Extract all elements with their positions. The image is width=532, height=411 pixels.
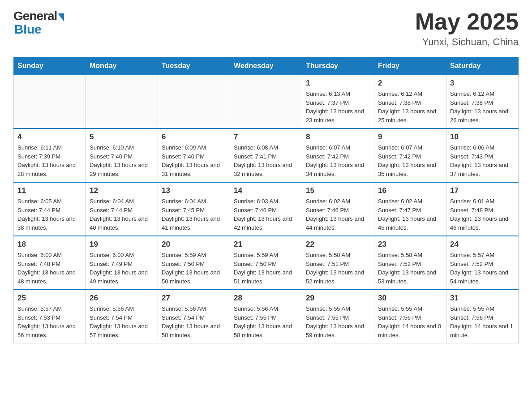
day-info: Sunrise: 5:57 AM Sunset: 7:53 PM Dayligh…: [17, 304, 82, 339]
day-number: 1: [306, 79, 370, 88]
day-number: 7: [234, 133, 298, 141]
calendar-location: Yunxi, Sichuan, China: [415, 36, 519, 48]
calendar-cell: 15Sunrise: 6:02 AM Sunset: 7:46 PM Dayli…: [302, 182, 374, 236]
day-info: Sunrise: 6:01 AM Sunset: 7:48 PM Dayligh…: [450, 197, 515, 232]
day-info: Sunrise: 5:55 AM Sunset: 7:56 PM Dayligh…: [378, 304, 442, 339]
day-number: 27: [162, 294, 226, 303]
day-info: Sunrise: 5:58 AM Sunset: 7:51 PM Dayligh…: [306, 251, 370, 286]
column-header-tuesday: Tuesday: [158, 57, 230, 75]
day-info: Sunrise: 6:04 AM Sunset: 7:45 PM Dayligh…: [162, 197, 226, 232]
day-number: 23: [378, 240, 442, 249]
calendar-cell: 4Sunrise: 6:11 AM Sunset: 7:39 PM Daylig…: [14, 128, 86, 182]
day-number: 15: [306, 186, 370, 195]
day-number: 21: [234, 240, 298, 249]
calendar-title: May 2025: [415, 9, 519, 34]
day-info: Sunrise: 5:56 AM Sunset: 7:54 PM Dayligh…: [90, 304, 154, 339]
day-number: 17: [450, 186, 515, 195]
calendar-cell: 29Sunrise: 5:55 AM Sunset: 7:55 PM Dayli…: [302, 290, 374, 343]
calendar-cell: 28Sunrise: 5:56 AM Sunset: 7:55 PM Dayli…: [230, 290, 302, 343]
calendar-cell: 14Sunrise: 6:03 AM Sunset: 7:46 PM Dayli…: [230, 182, 302, 236]
day-number: 13: [162, 186, 226, 195]
calendar-cell: 3Sunrise: 6:12 AM Sunset: 7:38 PM Daylig…: [446, 75, 519, 128]
day-info: Sunrise: 5:55 AM Sunset: 7:56 PM Dayligh…: [450, 304, 515, 339]
day-info: Sunrise: 6:02 AM Sunset: 7:46 PM Dayligh…: [306, 197, 370, 232]
day-info: Sunrise: 6:11 AM Sunset: 7:39 PM Dayligh…: [17, 143, 82, 178]
calendar-cell: 25Sunrise: 5:57 AM Sunset: 7:53 PM Dayli…: [14, 290, 86, 343]
day-number: 11: [17, 186, 82, 195]
week-row-5: 25Sunrise: 5:57 AM Sunset: 7:53 PM Dayli…: [14, 290, 519, 343]
day-info: Sunrise: 6:12 AM Sunset: 7:38 PM Dayligh…: [378, 90, 442, 124]
column-header-saturday: Saturday: [446, 57, 519, 75]
calendar-cell: 26Sunrise: 5:56 AM Sunset: 7:54 PM Dayli…: [86, 290, 158, 343]
day-number: 28: [234, 294, 298, 303]
day-info: Sunrise: 6:08 AM Sunset: 7:41 PM Dayligh…: [234, 143, 298, 178]
day-info: Sunrise: 6:07 AM Sunset: 7:42 PM Dayligh…: [306, 143, 370, 178]
day-info: Sunrise: 5:56 AM Sunset: 7:54 PM Dayligh…: [162, 304, 226, 339]
calendar-cell: 8Sunrise: 6:07 AM Sunset: 7:42 PM Daylig…: [302, 128, 374, 182]
day-info: Sunrise: 6:10 AM Sunset: 7:40 PM Dayligh…: [90, 143, 154, 178]
day-info: Sunrise: 6:02 AM Sunset: 7:47 PM Dayligh…: [378, 197, 442, 232]
day-info: Sunrise: 5:59 AM Sunset: 7:50 PM Dayligh…: [234, 251, 298, 286]
calendar-cell: 30Sunrise: 5:55 AM Sunset: 7:56 PM Dayli…: [374, 290, 446, 343]
column-header-sunday: Sunday: [14, 57, 86, 75]
day-info: Sunrise: 6:00 AM Sunset: 7:49 PM Dayligh…: [90, 251, 154, 286]
day-info: Sunrise: 5:56 AM Sunset: 7:55 PM Dayligh…: [234, 304, 298, 339]
day-info: Sunrise: 6:09 AM Sunset: 7:40 PM Dayligh…: [162, 143, 226, 178]
day-number: 19: [90, 240, 154, 249]
calendar-cell: [14, 75, 86, 128]
calendar-cell: 12Sunrise: 6:04 AM Sunset: 7:44 PM Dayli…: [86, 182, 158, 236]
column-header-thursday: Thursday: [302, 57, 374, 75]
column-header-monday: Monday: [86, 57, 158, 75]
calendar-cell: 22Sunrise: 5:58 AM Sunset: 7:51 PM Dayli…: [302, 236, 374, 290]
day-number: 25: [17, 294, 82, 303]
calendar-cell: 10Sunrise: 6:06 AM Sunset: 7:43 PM Dayli…: [446, 128, 519, 182]
day-number: 2: [378, 79, 442, 88]
calendar-cell: 11Sunrise: 6:05 AM Sunset: 7:44 PM Dayli…: [14, 182, 86, 236]
calendar-cell: 20Sunrise: 5:59 AM Sunset: 7:50 PM Dayli…: [158, 236, 230, 290]
day-number: 10: [450, 133, 515, 141]
calendar-cell: 18Sunrise: 6:00 AM Sunset: 7:48 PM Dayli…: [14, 236, 86, 290]
day-info: Sunrise: 6:07 AM Sunset: 7:42 PM Dayligh…: [378, 143, 442, 178]
calendar-cell: 31Sunrise: 5:55 AM Sunset: 7:56 PM Dayli…: [446, 290, 519, 343]
calendar-cell: [158, 75, 230, 128]
title-block: May 2025 Yunxi, Sichuan, China: [415, 9, 519, 48]
day-info: Sunrise: 5:57 AM Sunset: 7:52 PM Dayligh…: [450, 251, 515, 286]
day-info: Sunrise: 6:05 AM Sunset: 7:44 PM Dayligh…: [17, 197, 82, 232]
day-info: Sunrise: 6:03 AM Sunset: 7:46 PM Dayligh…: [234, 197, 298, 232]
week-row-1: 1Sunrise: 6:13 AM Sunset: 7:37 PM Daylig…: [14, 75, 519, 128]
calendar-cell: 13Sunrise: 6:04 AM Sunset: 7:45 PM Dayli…: [158, 182, 230, 236]
day-number: 3: [450, 79, 515, 88]
week-row-3: 11Sunrise: 6:05 AM Sunset: 7:44 PM Dayli…: [14, 182, 519, 236]
day-number: 5: [90, 133, 154, 141]
day-number: 31: [450, 294, 515, 303]
logo-arrow-icon: [58, 13, 64, 21]
day-info: Sunrise: 5:58 AM Sunset: 7:52 PM Dayligh…: [378, 251, 442, 286]
day-info: Sunrise: 6:00 AM Sunset: 7:48 PM Dayligh…: [17, 251, 82, 286]
day-number: 8: [306, 133, 370, 141]
calendar-cell: 1Sunrise: 6:13 AM Sunset: 7:37 PM Daylig…: [302, 75, 374, 128]
logo-general-text: General: [13, 9, 57, 23]
page-header: General Blue May 2025 Yunxi, Sichuan, Ch…: [13, 9, 519, 48]
calendar-cell: 21Sunrise: 5:59 AM Sunset: 7:50 PM Dayli…: [230, 236, 302, 290]
calendar-cell: 23Sunrise: 5:58 AM Sunset: 7:52 PM Dayli…: [374, 236, 446, 290]
calendar-cell: 2Sunrise: 6:12 AM Sunset: 7:38 PM Daylig…: [374, 75, 446, 128]
calendar-header-row: SundayMondayTuesdayWednesdayThursdayFrid…: [14, 57, 519, 75]
day-number: 29: [306, 294, 370, 303]
column-header-friday: Friday: [374, 57, 446, 75]
day-number: 20: [162, 240, 226, 249]
calendar-cell: 27Sunrise: 5:56 AM Sunset: 7:54 PM Dayli…: [158, 290, 230, 343]
calendar-cell: 7Sunrise: 6:08 AM Sunset: 7:41 PM Daylig…: [230, 128, 302, 182]
day-info: Sunrise: 5:59 AM Sunset: 7:50 PM Dayligh…: [162, 251, 226, 286]
calendar-cell: 17Sunrise: 6:01 AM Sunset: 7:48 PM Dayli…: [446, 182, 519, 236]
day-info: Sunrise: 6:04 AM Sunset: 7:44 PM Dayligh…: [90, 197, 154, 232]
day-number: 12: [90, 186, 154, 195]
day-number: 4: [17, 133, 82, 141]
day-info: Sunrise: 6:06 AM Sunset: 7:43 PM Dayligh…: [450, 143, 515, 178]
day-number: 30: [378, 294, 442, 303]
day-number: 18: [17, 240, 82, 249]
calendar-cell: [230, 75, 302, 128]
day-number: 6: [162, 133, 226, 141]
day-number: 16: [378, 186, 442, 195]
week-row-2: 4Sunrise: 6:11 AM Sunset: 7:39 PM Daylig…: [14, 128, 519, 182]
day-number: 24: [450, 240, 515, 249]
